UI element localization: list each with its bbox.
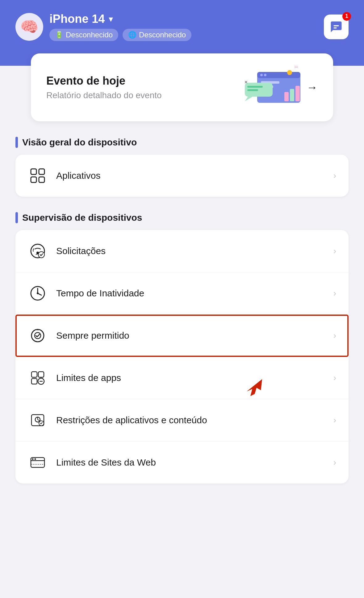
- svg-rect-18: [31, 169, 36, 174]
- svg-point-5: [264, 74, 266, 76]
- avatar: 🧠: [15, 13, 43, 41]
- event-card-arrow: →: [307, 81, 318, 94]
- content-restrictions-icon: [28, 410, 48, 430]
- chat-notification-badge: 1: [342, 12, 351, 21]
- web-limits-icon: [28, 453, 48, 472]
- always-allowed-label: Sempre permitido: [56, 330, 333, 341]
- chat-button[interactable]: 1: [324, 15, 349, 39]
- svg-rect-15: [295, 86, 300, 101]
- svg-point-42: [35, 458, 36, 460]
- svg-rect-20: [31, 177, 36, 182]
- event-illustration: ✕ ꩰ: [239, 66, 307, 109]
- svg-rect-0: [333, 25, 339, 26]
- apps-row[interactable]: Aplicativos ›: [15, 155, 349, 197]
- svg-rect-1: [333, 27, 337, 28]
- app-limits-label: Limites de apps: [56, 373, 333, 383]
- svg-rect-21: [39, 177, 44, 182]
- svg-text:ꩰ: ꩰ: [293, 66, 299, 73]
- apps-chevron-icon: ›: [333, 171, 336, 181]
- network-label: Desconhecido: [139, 31, 186, 39]
- svg-point-41: [32, 458, 34, 460]
- device-info: iPhone 14 ▾ 🔋 Desconhecido 🌐 Desconhecid…: [49, 12, 191, 41]
- downtime-row[interactable]: Tempo de Inatividade ›: [15, 272, 349, 315]
- always-allowed-chevron-icon: ›: [333, 331, 336, 341]
- network-icon: 🌐: [128, 31, 136, 39]
- svg-marker-11: [245, 97, 253, 101]
- svg-rect-3: [257, 72, 300, 78]
- event-card-title: Evento de hoje: [46, 74, 239, 87]
- svg-point-4: [260, 74, 263, 76]
- cursor-pointer-indicator: [244, 373, 268, 399]
- device-overview-section: Visão geral do dispositivo Aplicativos ›: [0, 121, 364, 197]
- web-limits-chevron-icon: ›: [333, 458, 336, 467]
- svg-rect-32: [38, 372, 44, 377]
- svg-rect-13: [284, 92, 289, 101]
- requests-chevron-icon: ›: [333, 246, 336, 256]
- battery-badge: 🔋 Desconhecido: [49, 29, 118, 41]
- content-restrictions-label: Restrições de aplicativos e conteúdo: [56, 415, 333, 425]
- svg-rect-33: [31, 378, 37, 384]
- svg-rect-14: [290, 89, 294, 101]
- section-accent-2: [15, 212, 18, 223]
- svg-rect-19: [39, 169, 44, 174]
- app-limits-chevron-icon: ›: [333, 373, 336, 383]
- apps-label: Aplicativos: [56, 170, 333, 181]
- requests-icon: [28, 241, 48, 261]
- apps-icon: [28, 166, 48, 186]
- network-badge: 🌐 Desconhecido: [123, 29, 191, 41]
- device-overview-title: Visão geral do dispositivo: [15, 137, 349, 148]
- svg-rect-10: [247, 89, 258, 91]
- web-limits-label: Limites de Sites da Web: [56, 457, 333, 468]
- event-card[interactable]: Evento de hoje Relatório detalhado do ev…: [31, 53, 333, 121]
- battery-icon: 🔋: [55, 31, 63, 39]
- app-limits-icon: [28, 368, 48, 388]
- content-restrictions-row[interactable]: Restrições de aplicativos e conteúdo ›: [15, 399, 349, 441]
- always-allowed-icon: [28, 326, 48, 345]
- device-overview-card-group: Aplicativos ›: [15, 155, 349, 197]
- requests-row[interactable]: Solicitações ›: [15, 230, 349, 272]
- downtime-chevron-icon: ›: [333, 288, 336, 298]
- chevron-down-icon[interactable]: ▾: [109, 14, 113, 24]
- device-name: iPhone 14: [49, 12, 105, 26]
- device-supervision-title: Supervisão de dispositivos: [15, 212, 349, 223]
- svg-text:✕: ✕: [244, 80, 248, 85]
- device-supervision-card-group: Solicitações › Tempo de Inatividade ›: [15, 230, 349, 483]
- downtime-label: Tempo de Inatividade: [56, 288, 333, 299]
- svg-rect-31: [31, 372, 37, 377]
- svg-point-28: [37, 292, 39, 294]
- chat-icon: [330, 20, 343, 33]
- section-accent: [15, 137, 18, 148]
- device-supervision-section: Supervisão de dispositivos Solicitações …: [0, 197, 364, 499]
- battery-label: Desconhecido: [66, 31, 113, 39]
- requests-label: Solicitações: [56, 246, 333, 256]
- content-restrictions-chevron-icon: ›: [333, 415, 336, 425]
- downtime-icon: [28, 283, 48, 303]
- app-limits-row[interactable]: Limites de apps ›: [15, 357, 349, 399]
- svg-point-16: [287, 70, 292, 75]
- svg-rect-9: [247, 86, 263, 88]
- web-limits-row[interactable]: Limites de Sites da Web ›: [15, 441, 349, 483]
- event-card-subtitle: Relatório detalhado do evento: [46, 90, 239, 100]
- always-allowed-row[interactable]: Sempre permitido ›: [15, 315, 349, 357]
